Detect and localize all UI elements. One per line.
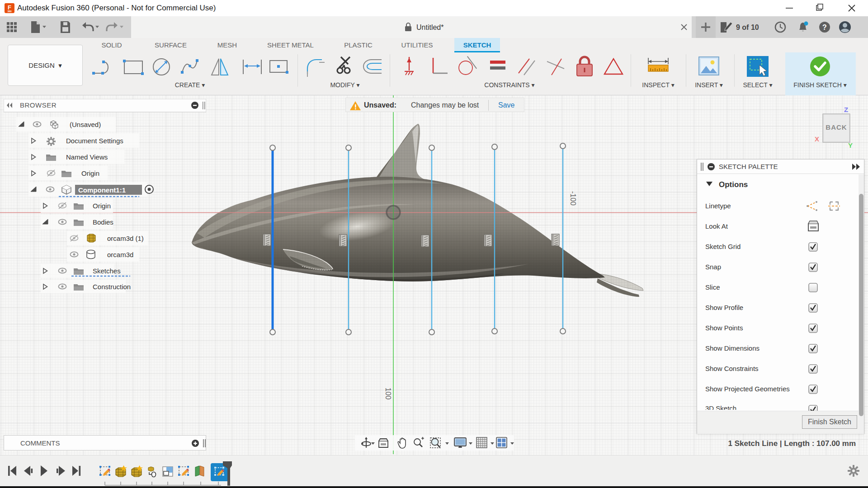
- svg-text:(Unsaved): (Unsaved): [70, 121, 101, 128]
- svg-text:?: ?: [822, 23, 827, 31]
- svg-text:100: 100: [384, 388, 392, 400]
- svg-text:-100: -100: [569, 191, 577, 206]
- svg-text:Named Views: Named Views: [66, 153, 108, 161]
- svg-text:Y: Y: [848, 141, 853, 149]
- svg-text:Origin: Origin: [81, 169, 99, 177]
- svg-text:Component1:1: Component1:1: [78, 186, 126, 194]
- svg-text:Bodies: Bodies: [93, 218, 113, 226]
- svg-text:Untitled*: Untitled*: [416, 23, 443, 31]
- svg-text:BROWSER: BROWSER: [20, 101, 57, 109]
- svg-text:Sketches: Sketches: [93, 267, 121, 275]
- svg-text:Origin: Origin: [93, 202, 111, 210]
- svg-text:9 of 10: 9 of 10: [736, 23, 759, 31]
- svg-text:orcam3d (1): orcam3d (1): [107, 235, 144, 242]
- svg-text:X: X: [815, 135, 819, 143]
- svg-text:Construction: Construction: [93, 283, 131, 291]
- svg-text:orcam3d: orcam3d: [107, 251, 133, 258]
- svg-text:Document Settings: Document Settings: [66, 137, 123, 145]
- svg-text:BACK: BACK: [826, 123, 847, 131]
- svg-text:Z: Z: [844, 106, 848, 113]
- svg-text:360: 360: [7, 10, 11, 13]
